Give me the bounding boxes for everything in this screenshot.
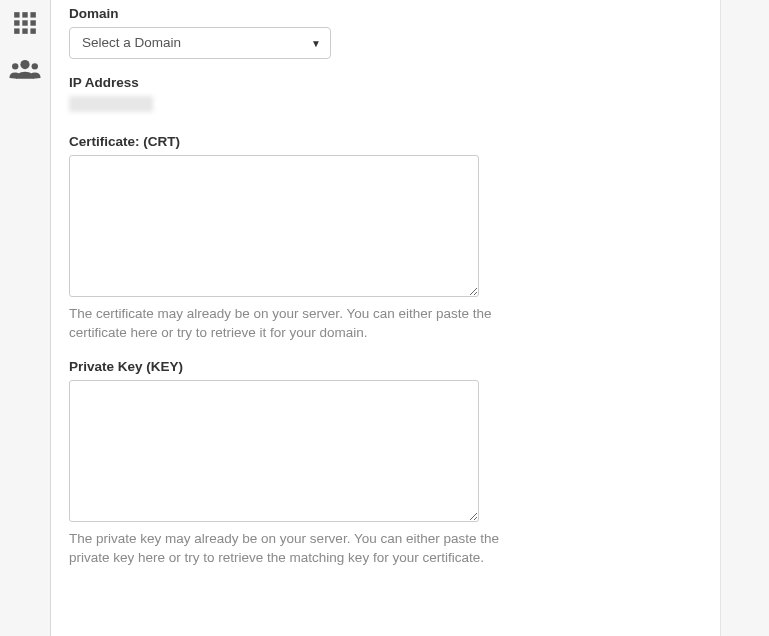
sidebar: [0, 0, 50, 636]
svg-rect-3: [14, 20, 19, 25]
private-key-label: Private Key (KEY): [69, 359, 702, 374]
users-icon[interactable]: [9, 58, 41, 84]
svg-point-10: [12, 63, 18, 69]
domain-select[interactable]: Select a Domain: [69, 27, 331, 59]
private-key-group: Private Key (KEY) The private key may al…: [69, 359, 702, 568]
ip-address-label: IP Address: [69, 75, 702, 90]
svg-rect-4: [22, 20, 27, 25]
svg-point-11: [32, 63, 38, 69]
ip-address-value: [69, 96, 153, 112]
certificate-textarea[interactable]: [69, 155, 479, 297]
certificate-help-text: The certificate may already be on your s…: [69, 305, 499, 343]
main-content: Domain Select a Domain ▼ IP Address Cert…: [51, 0, 721, 636]
svg-rect-1: [22, 12, 27, 17]
domain-label: Domain: [69, 6, 702, 21]
private-key-textarea[interactable]: [69, 380, 479, 522]
svg-point-9: [20, 60, 29, 69]
svg-rect-2: [30, 12, 35, 17]
svg-rect-6: [14, 28, 19, 33]
svg-rect-0: [14, 12, 19, 17]
svg-rect-8: [30, 28, 35, 33]
svg-rect-5: [30, 20, 35, 25]
private-key-help-text: The private key may already be on your s…: [69, 530, 499, 568]
certificate-group: Certificate: (CRT) The certificate may a…: [69, 134, 702, 343]
grid-icon[interactable]: [12, 10, 38, 40]
domain-group: Domain Select a Domain ▼: [69, 6, 702, 59]
svg-rect-7: [22, 28, 27, 33]
certificate-label: Certificate: (CRT): [69, 134, 702, 149]
ip-address-group: IP Address: [69, 75, 702, 112]
